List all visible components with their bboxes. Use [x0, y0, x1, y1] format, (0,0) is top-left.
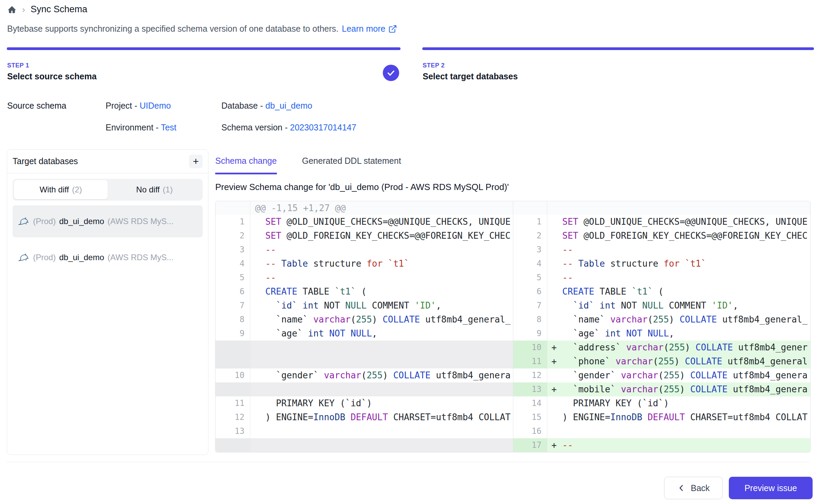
diff-row: 1SET @OLD_UNIQUE_CHECKS=@@UNIQUE_CHECKS,…	[216, 215, 513, 229]
step1-completed-badge	[383, 65, 399, 81]
code-line: CREATE TABLE `t1` (	[562, 285, 810, 299]
diff-row: 17+--	[513, 438, 810, 452]
line-number: 2	[216, 229, 250, 243]
dash: -	[156, 123, 158, 132]
diff-marker	[547, 396, 562, 410]
target-database-item-2[interactable]: (Prod)db_ui_demo(AWS RDS MyS...	[13, 241, 203, 273]
line-number: 2	[513, 229, 547, 243]
environment-badge: (Prod)	[33, 217, 56, 226]
diff-row: 4-- Table structure for `t1`	[513, 257, 810, 271]
source-field-database: Database - db_ui_demo	[221, 101, 312, 111]
diff-row: 14 PRIMARY KEY (`id`)	[513, 396, 810, 410]
diff-row: 12 `gender` varchar(255) COLLATE utf8mb4…	[513, 368, 810, 382]
breadcrumb: › Sync Schema	[7, 4, 87, 15]
diff-row: 8 `name` varchar(255) COLLATE utf8mb4_ge…	[513, 313, 810, 327]
source-field-project: Project - UIDemo	[106, 101, 171, 111]
tab-schema-change[interactable]: Schema change	[215, 156, 277, 174]
diff-row: 11 PRIMARY KEY (`id`)	[216, 396, 513, 410]
line-number: 16	[513, 424, 547, 438]
diff-row: 9 `age` int NOT NULL,	[216, 327, 513, 341]
line-number: 1	[513, 215, 547, 229]
line-number: 7	[216, 299, 250, 313]
project-link[interactable]: UIDemo	[140, 101, 171, 110]
line-number: 1	[216, 215, 250, 229]
diff-marker: +	[547, 355, 562, 368]
diff-marker	[250, 243, 265, 257]
line-number: 13	[513, 382, 547, 396]
tab-generated-ddl[interactable]: Generated DDL statement	[302, 156, 401, 174]
code-line: --	[265, 243, 513, 257]
chevron-left-icon	[677, 484, 686, 492]
diff-row: 2SET @OLD_FOREIGN_KEY_CHECKS=@@FOREIGN_K…	[216, 229, 513, 243]
tab-no-diff[interactable]: No diff (1)	[108, 180, 201, 199]
diff-row: 4-- Table structure for `t1`	[216, 257, 513, 271]
line-number: 6	[216, 285, 250, 299]
diff-row	[216, 438, 513, 452]
code-line: @@ -1,15 +1,27 @@	[255, 201, 513, 215]
source-field-environment: Environment - Test	[106, 123, 176, 132]
code-line	[265, 382, 513, 396]
preview-issue-button[interactable]: Preview issue	[729, 477, 813, 499]
diff-row: 15) ENGINE=InnoDB DEFAULT CHARSET=utf8mb…	[513, 410, 810, 424]
code-line: `gender` varchar(255) COLLATE utf8mb4_ge…	[562, 368, 810, 382]
code-line: --	[562, 271, 810, 285]
code-line: SET @OLD_UNIQUE_CHECKS=@@UNIQUE_CHECKS, …	[265, 215, 513, 229]
code-line: `address` varchar(255) COLLATE utf8mb4_g…	[562, 341, 810, 355]
line-number: 11	[513, 355, 547, 368]
line-number: 9	[513, 327, 547, 341]
diff-marker	[250, 257, 265, 271]
chevron-right-icon: ›	[22, 5, 25, 14]
diff-row: 6CREATE TABLE `t1` (	[216, 285, 513, 299]
instance-name: (AWS RDS MyS...	[108, 253, 174, 262]
line-number: 17	[513, 438, 547, 452]
code-line: CREATE TABLE `t1` (	[265, 285, 513, 299]
diff-marker	[547, 368, 562, 382]
diff-row: @@ -1,15 +1,27 @@	[216, 201, 513, 215]
diff-marker	[547, 257, 562, 271]
line-number	[216, 382, 250, 396]
code-line: -- Table structure for `t1`	[265, 257, 513, 271]
target-database-item-1[interactable]: (Prod)db_ui_demo(AWS RDS MyS...	[13, 205, 203, 237]
environment-link[interactable]: Test	[161, 123, 176, 132]
schema-version-link[interactable]: 20230317014147	[290, 123, 356, 132]
schema-diff-viewer[interactable]: @@ -1,15 +1,27 @@1SET @OLD_UNIQUE_CHECKS…	[215, 201, 811, 452]
line-number: 7	[513, 299, 547, 313]
step1-title: Select source schema	[7, 72, 97, 81]
learn-more-link[interactable]: Learn more	[342, 24, 397, 34]
code-line	[562, 424, 810, 438]
line-number: 11	[216, 396, 250, 410]
environment-badge: (Prod)	[33, 253, 56, 262]
line-number: 6	[513, 285, 547, 299]
database-link[interactable]: db_ui_demo	[265, 101, 312, 110]
diff-marker	[250, 410, 265, 424]
add-target-database-button[interactable]: +	[189, 155, 203, 168]
diff-row: 9 `age` int NOT NULL,	[513, 327, 810, 341]
home-icon[interactable]	[7, 5, 17, 14]
diff-row	[513, 201, 810, 215]
code-line: `id` int NOT NULL COMMENT 'ID',	[562, 299, 810, 313]
diff-marker	[547, 410, 562, 424]
preview-heading: Preview Schema change for 'db_ui_demo (P…	[215, 182, 509, 192]
diff-filter-tabs: With diff (2) No diff (1)	[13, 179, 203, 201]
diff-row: 7 `id` int NOT NULL COMMENT 'ID',	[216, 299, 513, 313]
diff-marker	[250, 201, 255, 215]
line-number	[216, 355, 250, 368]
source-field-schema-version: Schema version - 20230317014147	[221, 123, 356, 132]
line-number: 8	[513, 313, 547, 327]
back-button[interactable]: Back	[664, 477, 723, 499]
mysql-dolphin-icon	[17, 215, 30, 227]
diff-marker	[547, 424, 562, 438]
mysql-dolphin-icon	[17, 251, 30, 264]
line-number: 5	[216, 271, 250, 285]
source-schema-label: Source schema	[7, 101, 66, 111]
line-number	[513, 201, 547, 215]
step1-label: STEP 1	[7, 62, 29, 69]
tab-with-diff[interactable]: With diff (2)	[14, 180, 108, 199]
diff-marker	[547, 285, 562, 299]
diff-row: 10+ `address` varchar(255) COLLATE utf8m…	[513, 341, 810, 355]
diff-marker: +	[547, 438, 562, 452]
code-line: `age` int NOT NULL,	[562, 327, 810, 341]
diff-marker	[250, 215, 265, 229]
code-line: `phone` varchar(255) COLLATE utf8mb4_gen…	[562, 355, 810, 368]
diff-row: 5--	[216, 271, 513, 285]
